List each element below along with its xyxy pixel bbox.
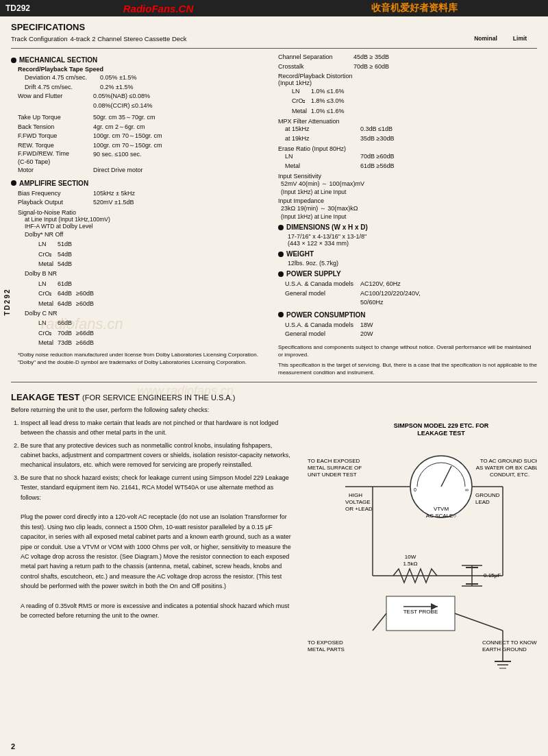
- snr-sub1: at Line Input (Input 1kHz,100mV): [18, 216, 270, 223]
- limit-cro2-1: [76, 249, 98, 259]
- mpx-15k-label: at 15kHz: [285, 125, 360, 134]
- high-voltage-label2: VOLTAGE: [345, 499, 371, 505]
- take-up-value: 50gr. cm 35～70gr. cm: [93, 113, 270, 123]
- consumption-general-label: General model: [285, 330, 360, 339]
- exposed-metal-label2: METAL SURFACE OF: [308, 465, 362, 471]
- earth-ground-label2: EARTH GROUND: [482, 646, 527, 653]
- earth-ground-label: CONNECT TO KNOWN: [482, 639, 537, 646]
- erase-ln-row: LN 70dB ≥60dB: [278, 152, 537, 162]
- circuit-diagram-col: SIMPSON MODEL 229 ETC. FOR LEAKAGE TEST …: [304, 418, 537, 687]
- wow-flutter-row: Wow and Flutter 0.05%(NAB) ≤0.08%: [18, 92, 270, 101]
- leakage-steps-col: Inspect all lead dress to make certain t…: [11, 418, 293, 687]
- wire-from-probe: [455, 613, 503, 631]
- frew-time-value: 90 sec. ≤100 sec.: [93, 150, 270, 166]
- playback-output-value: 520mV ±1.5dB: [93, 198, 270, 208]
- channel-sep-label: Channel Separation: [278, 53, 353, 62]
- tape-speed-label: Record/Playback Tape Speed: [18, 66, 270, 73]
- dimensions-header: DIMENSIONS (W x H x D): [278, 223, 537, 231]
- dolby-nr-off-cro2: CrO₂ 54dB: [25, 249, 98, 259]
- limit-cro2-3: ≥66dB: [76, 328, 98, 338]
- crosstalk-label: Crosstalk: [278, 62, 353, 72]
- amplifire-section-title: AMPLIFIRE SECTION: [19, 180, 88, 187]
- deviation-value: 0.05% ±1.5%: [100, 73, 270, 83]
- rpd-metal: Metal 1.0% ≤1.6%: [292, 106, 348, 116]
- back-tension-label: Back Tension: [18, 123, 93, 132]
- input-sens-label: Input Sensitivity: [278, 173, 537, 180]
- motor-row: Motor Direct Drive motor: [18, 166, 270, 175]
- mpx-label: MPX Filter Attenuation: [278, 118, 537, 125]
- tape-ln-3: LN: [25, 318, 58, 328]
- bullet-icon-6: [278, 312, 284, 317]
- rpd-val-metal: 1.0% ≤1.6%: [311, 106, 348, 116]
- limit-header: Limit: [503, 35, 537, 42]
- leakage-subtitle: (FOR SERVICE ENGINEERS IN THE U.S.A.): [82, 393, 235, 402]
- meter-tick-0: 0: [414, 487, 416, 492]
- leakage-intro: Before returning the unit to the user, p…: [11, 405, 537, 415]
- input-imp-value: 23kΩ 19(min) ～ 30(max)kΩ: [278, 204, 537, 213]
- dolby-nr-off-header: Dolby* NR Off: [25, 230, 98, 239]
- exposed-metal-label: TO EACH EXPOSED: [308, 458, 360, 464]
- header-model: TD292: [5, 3, 30, 13]
- test-probe-label: TEST PROBE: [403, 609, 438, 615]
- disclaimer1: Specifications and components subject to…: [278, 343, 537, 358]
- wow-flutter-value1: 0.05%(NAB) ≤0.08%: [93, 92, 270, 101]
- input-imp-label: Input Impedance: [278, 197, 537, 204]
- dolby-c-metal: Metal 73dB ≥66dB: [25, 338, 98, 347]
- weight-header: WEIGHT: [278, 250, 537, 258]
- input-sens-value: 52mV 40(min) ～ 100(max)mV: [278, 180, 537, 188]
- exposed-parts-label: TO EXPOSED: [308, 639, 343, 646]
- ffwd-label: F.FWD Torque: [18, 132, 93, 141]
- mpx-15k-value: 0.3dB ≤1dB: [360, 125, 537, 134]
- page-number: 2: [11, 742, 15, 751]
- amplifire-section-header: AMPLIFIRE SECTION: [11, 180, 270, 187]
- back-tension-row: Back Tension 4gr. cm 2～6gr. cm: [18, 123, 270, 132]
- tape-ln-2: LN: [25, 279, 58, 289]
- side-model-label: TD292: [3, 288, 11, 315]
- snr-label: Signal-to-Noise Ratio: [18, 209, 270, 216]
- dolby-b-nr-header: Dolby B NR: [25, 269, 98, 278]
- simpson-label: SIMPSON MODEL 229 ETC. FOR: [394, 422, 489, 429]
- leakage-step-2: Be sure that any protective devices such…: [21, 441, 293, 470]
- mechanical-section-title: MECHANICAL SECTION: [19, 56, 97, 64]
- ac-ground-label3: CONDUIT, ETC.: [490, 472, 530, 478]
- channel-sep-value: 45dB ≥ 35dB: [353, 53, 537, 62]
- crosstalk-row: Crosstalk 70dB ≥ 60dB: [278, 62, 537, 72]
- leakage-title-bold: LEAKAGE TEST: [11, 392, 79, 402]
- track-config-label: Track Configuration: [11, 35, 68, 42]
- frew-time-label: F.FWD/REW. Time(C-60 Tape): [18, 150, 93, 166]
- rpd-tape-metal: Metal: [292, 106, 311, 116]
- high-voltage-label3: OR +LEAD: [345, 506, 373, 512]
- val-metal-1: 54dB: [58, 259, 76, 269]
- tape-cro2-1: CrO₂: [25, 249, 58, 259]
- ground-lead-label2: LEAD: [475, 499, 490, 505]
- power-general-value: AC100/120/220/240V,50/60Hz: [360, 289, 537, 308]
- dimensions-title: DIMENSIONS (W x H x D): [286, 223, 368, 231]
- mpx-19k-row: at 19kHz 35dB ≥30dB: [278, 134, 537, 144]
- amplifire-section-body: Bias Frequency 105kHz ± 5kHz Playback Ou…: [11, 189, 270, 366]
- bullet-icon-2: [11, 180, 16, 186]
- consumption-general-value: 20W: [360, 330, 537, 339]
- right-column: Channel Separation 45dB ≥ 35dB Crosstalk…: [278, 53, 537, 376]
- limit-metal-2: ≥60dB: [76, 299, 98, 308]
- dimensions-value: 17-7/16" x 4-13/16" x 13-1/8"(443 × 122 …: [278, 233, 537, 247]
- resistor-watt: 10W: [405, 554, 416, 560]
- limit-metal-3: ≥66dB: [76, 338, 98, 347]
- val-cro2-1: 54dB: [58, 249, 76, 259]
- dolby-c-ln: LN 66dB: [25, 318, 98, 328]
- wow-flutter-label2: [18, 101, 93, 111]
- drift-row: Drift 4.75 cm/sec. 0.2% ±1.5%: [18, 83, 270, 93]
- rpd-tape-cro2: CrO₂: [292, 96, 311, 106]
- motor-label: Motor: [18, 166, 93, 175]
- weight-title: WEIGHT: [286, 250, 314, 258]
- mechanical-section-header: MECHANICAL SECTION: [11, 56, 270, 64]
- power-consumption-title: POWER CONSUMPTION: [286, 311, 366, 319]
- cap-label: 0.15μF: [484, 572, 501, 578]
- resistor-label: 1.5kΩ: [403, 561, 417, 567]
- dolby-nr-off-label: Dolby* NR Off: [25, 230, 98, 239]
- limit-ln-2: [76, 279, 98, 289]
- val-metal-2: 64dB: [58, 299, 76, 308]
- erase-metal-row: Metal 61dB ≥56dB: [278, 162, 537, 171]
- drift-label: Drift 4.75 cm/sec.: [25, 83, 100, 93]
- ffwd-value: 100gr. cm 70～150gr. cm: [93, 132, 270, 141]
- leakage-steps-list: Inspect all lead dress to make certain t…: [21, 418, 293, 621]
